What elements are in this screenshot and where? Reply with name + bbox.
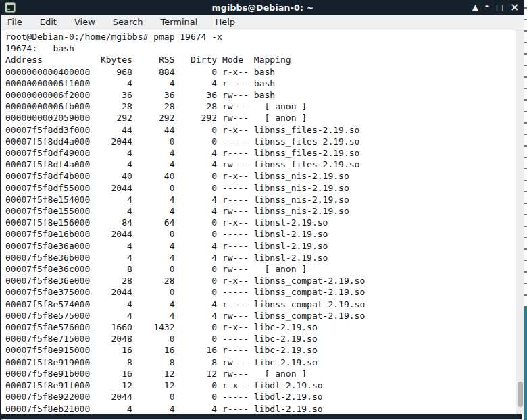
- menu-help[interactable]: Help: [206, 15, 244, 30]
- shade-icon[interactable]: ▲: [472, 0, 478, 15]
- close-icon[interactable]: ×: [510, 0, 519, 15]
- minimize-icon[interactable]: –: [485, 0, 489, 14]
- terminal-output: root@Debian-0:/home/mgibbs# pmap 19674 -…: [3, 30, 524, 414]
- menu-search[interactable]: Search: [104, 15, 152, 30]
- screen: mgibbs@Debian-0: ~ ▲ – □ × File Edit Vie…: [0, 0, 527, 420]
- terminal-window: mgibbs@Debian-0: ~ ▲ – □ × File Edit Vie…: [0, 0, 524, 420]
- scrollbar[interactable]: [516, 30, 524, 414]
- titlebar[interactable]: mgibbs@Debian-0: ~ ▲ – □ ×: [1, 0, 524, 15]
- desktop-sliver: [524, 307, 527, 420]
- window-bottom-border: [1, 414, 522, 420]
- menu-view[interactable]: View: [66, 15, 104, 30]
- background-window-sliver: [524, 0, 527, 420]
- menubar: File Edit View Search Terminal Help: [1, 15, 524, 30]
- scrollbar-thumb[interactable]: [518, 382, 523, 407]
- background-window-text-sliver: [524, 0, 527, 307]
- menu-file[interactable]: File: [1, 15, 31, 30]
- maximize-icon[interactable]: □: [496, 0, 503, 15]
- menu-terminal[interactable]: Terminal: [151, 15, 206, 30]
- menu-edit[interactable]: Edit: [31, 15, 66, 30]
- window-title: mgibbs@Debian-0: ~: [1, 3, 524, 13]
- terminal-content-area[interactable]: root@Debian-0:/home/mgibbs# pmap 19674 -…: [3, 30, 524, 414]
- window-controls: ▲ – □ ×: [472, 0, 519, 15]
